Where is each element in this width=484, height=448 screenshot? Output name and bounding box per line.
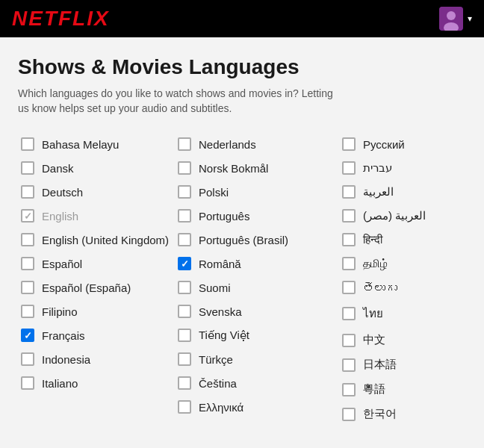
- netflix-logo: NETFLIX: [12, 7, 110, 31]
- language-label: English (United Kingdom): [42, 234, 169, 246]
- language-item[interactable]: తెలుగు: [339, 276, 484, 299]
- language-checkbox[interactable]: [178, 376, 191, 390]
- language-item[interactable]: ✓Français: [18, 323, 175, 347]
- language-item[interactable]: Norsk Bokmål: [175, 156, 339, 180]
- language-checkbox[interactable]: [178, 329, 191, 342]
- language-item[interactable]: 한국어: [339, 402, 484, 426]
- language-label: 日本語: [363, 358, 397, 372]
- language-checkbox[interactable]: [342, 281, 356, 294]
- language-checkbox[interactable]: [178, 209, 191, 223]
- page-subtitle: Which languages do you like to watch sho…: [18, 87, 347, 116]
- language-label: עברית: [363, 161, 392, 175]
- language-label: 粵語: [363, 382, 385, 396]
- language-checkbox[interactable]: [178, 161, 191, 175]
- language-checkbox[interactable]: [178, 352, 191, 366]
- language-checkbox[interactable]: [21, 281, 34, 294]
- language-item[interactable]: தமிழ்: [339, 252, 484, 276]
- language-item[interactable]: Indonesia: [18, 347, 175, 371]
- language-item[interactable]: Filipino: [18, 299, 175, 323]
- language-label: Tiếng Việt: [199, 329, 249, 342]
- language-item[interactable]: Italiano: [18, 371, 175, 395]
- language-item[interactable]: Polski: [175, 180, 339, 204]
- language-checkbox[interactable]: [21, 257, 34, 270]
- header-right: ▾: [439, 7, 472, 31]
- language-label: Español: [42, 258, 82, 270]
- language-item[interactable]: 粵語: [339, 377, 484, 402]
- language-item[interactable]: Deutsch: [18, 180, 175, 204]
- language-checkbox[interactable]: [178, 137, 191, 151]
- language-checkbox[interactable]: [342, 383, 356, 396]
- language-item[interactable]: العربية (مصر): [339, 204, 484, 228]
- language-checkbox[interactable]: ✓: [21, 329, 34, 342]
- language-item[interactable]: עברית: [339, 156, 484, 180]
- language-label: తెలుగు: [363, 281, 397, 294]
- language-label: Ελληνικά: [199, 401, 243, 414]
- language-label: Nederlands: [199, 138, 256, 151]
- language-checkbox[interactable]: [21, 233, 34, 246]
- language-item[interactable]: Português: [175, 204, 339, 228]
- language-checkbox[interactable]: [342, 233, 356, 246]
- language-checkbox[interactable]: [342, 137, 356, 151]
- language-checkbox[interactable]: [21, 305, 34, 318]
- language-checkbox[interactable]: [342, 209, 356, 223]
- language-item[interactable]: Português (Brasil): [175, 228, 339, 252]
- language-item[interactable]: Español: [18, 252, 175, 276]
- language-checkbox[interactable]: [21, 376, 34, 390]
- language-checkbox[interactable]: [342, 185, 356, 199]
- language-item[interactable]: Русский: [339, 132, 484, 156]
- language-item[interactable]: Dansk: [18, 156, 175, 180]
- language-label: Filipino: [42, 305, 78, 318]
- language-item[interactable]: Suomi: [175, 276, 339, 299]
- language-label: தமிழ்: [363, 257, 388, 270]
- language-checkbox[interactable]: [21, 161, 34, 175]
- language-checkbox[interactable]: [342, 257, 356, 270]
- language-checkbox[interactable]: [178, 233, 191, 246]
- language-item[interactable]: English (United Kingdom): [18, 228, 175, 252]
- language-checkbox[interactable]: [178, 400, 191, 414]
- language-label: ไทย: [363, 305, 383, 323]
- language-label: Русский: [363, 138, 405, 151]
- language-checkbox[interactable]: [342, 408, 356, 421]
- language-item[interactable]: हिन्दी: [339, 228, 484, 252]
- language-label: 한국어: [363, 407, 397, 421]
- language-item[interactable]: ไทย: [339, 299, 484, 328]
- language-checkbox[interactable]: [178, 281, 191, 294]
- language-checkbox[interactable]: [342, 307, 356, 320]
- language-label: Dansk: [42, 162, 74, 175]
- avatar[interactable]: [439, 7, 463, 31]
- language-item[interactable]: Bahasa Melayu: [18, 132, 175, 156]
- language-item[interactable]: Svenska: [175, 299, 339, 323]
- language-checkbox[interactable]: [178, 305, 191, 318]
- language-item[interactable]: Nederlands: [175, 132, 339, 156]
- language-item[interactable]: ✓Română: [175, 252, 339, 276]
- language-item[interactable]: ✓English: [18, 204, 175, 228]
- language-item[interactable]: Türkçe: [175, 347, 339, 371]
- language-label: العربية (مصر): [363, 209, 426, 223]
- language-checkbox[interactable]: ✓: [178, 257, 191, 270]
- language-checkbox[interactable]: [342, 161, 356, 175]
- language-label: Français: [42, 329, 85, 342]
- language-label: العربية: [363, 185, 394, 199]
- language-item[interactable]: Čeština: [175, 371, 339, 395]
- language-checkbox[interactable]: [21, 137, 34, 151]
- language-label: Deutsch: [42, 186, 83, 199]
- language-col-3: Русскийעבריתالعربيةالعربية (مصر)हिन्दीதம…: [339, 132, 484, 426]
- language-checkbox[interactable]: [178, 185, 191, 199]
- language-item[interactable]: Ελληνικά: [175, 395, 339, 419]
- main-content: Shows & Movies Languages Which languages…: [0, 37, 484, 444]
- language-checkbox[interactable]: ✓: [21, 209, 34, 223]
- language-checkbox[interactable]: [342, 358, 356, 372]
- language-item[interactable]: 中文: [339, 328, 484, 352]
- language-label: Türkçe: [199, 353, 233, 366]
- language-item[interactable]: Tiếng Việt: [175, 323, 339, 347]
- language-col-1: Bahasa MelayuDanskDeutsch✓EnglishEnglish…: [18, 132, 175, 426]
- chevron-down-icon[interactable]: ▾: [468, 13, 472, 24]
- language-item[interactable]: 日本語: [339, 352, 484, 377]
- language-label: Svenska: [199, 305, 242, 318]
- language-checkbox[interactable]: [21, 352, 34, 366]
- language-checkbox[interactable]: [21, 185, 34, 199]
- language-checkbox[interactable]: [342, 334, 356, 347]
- language-item[interactable]: العربية: [339, 180, 484, 204]
- language-label: Italiano: [42, 377, 78, 390]
- language-item[interactable]: Español (España): [18, 276, 175, 299]
